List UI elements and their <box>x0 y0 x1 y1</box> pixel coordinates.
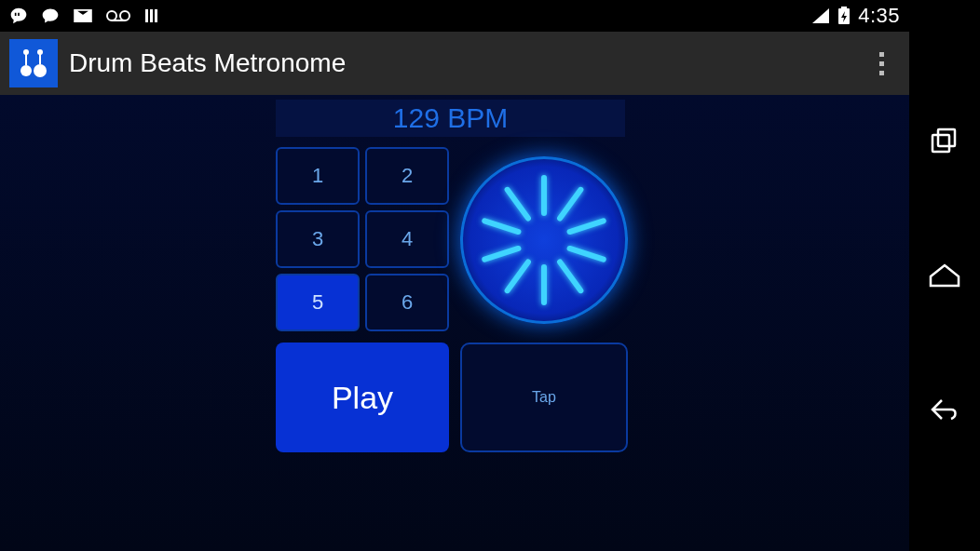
svg-point-1 <box>120 11 129 20</box>
svg-rect-5 <box>155 9 157 22</box>
svg-rect-4 <box>150 9 153 22</box>
status-bar: 4:35 <box>0 0 909 32</box>
svg-point-0 <box>107 11 116 20</box>
svg-point-10 <box>34 64 47 77</box>
svg-point-14 <box>37 49 43 55</box>
beat-grid: 1 2 3 4 5 6 <box>276 147 449 331</box>
svg-rect-7 <box>841 7 847 9</box>
back-button[interactable] <box>925 390 964 429</box>
system-nav-bar <box>909 0 980 551</box>
tempo-dial[interactable] <box>460 147 628 333</box>
app-title: Drum Beats Metronome <box>69 48 346 78</box>
battery-charging-icon <box>837 7 851 25</box>
svg-rect-15 <box>932 135 949 152</box>
beat-2-button[interactable]: 2 <box>365 147 449 205</box>
bpm-display: 129 BPM <box>276 100 625 137</box>
home-button[interactable] <box>925 256 964 295</box>
svg-point-13 <box>23 49 29 55</box>
beat-6-button[interactable]: 6 <box>365 274 449 331</box>
beat-1-button[interactable]: 1 <box>276 147 360 205</box>
overflow-menu-button[interactable] <box>863 45 900 82</box>
beat-5-button[interactable]: 5 <box>276 274 360 331</box>
app-content: 129 BPM 1 2 3 4 5 6 Play Tap <box>0 95 909 551</box>
action-bar: Drum Beats Metronome <box>0 32 909 95</box>
beat-3-button[interactable]: 3 <box>276 210 360 268</box>
voicemail-icon <box>106 9 130 22</box>
svg-rect-8 <box>15 45 52 82</box>
chat-icon <box>41 7 60 25</box>
bars-icon <box>143 7 162 24</box>
hangouts-icon <box>9 7 28 25</box>
svg-rect-16 <box>938 129 955 146</box>
svg-rect-3 <box>145 9 148 22</box>
phone-screen: 4:35 Drum Beats Metronome 129 BPM 1 2 3 <box>0 0 909 551</box>
beat-4-button[interactable]: 4 <box>365 210 449 268</box>
signal-icon <box>811 7 830 24</box>
tap-button[interactable]: Tap <box>460 343 628 452</box>
clock-text: 4:35 <box>858 4 900 28</box>
app-icon <box>9 39 58 87</box>
recent-apps-button[interactable] <box>925 122 964 161</box>
play-button[interactable]: Play <box>276 343 449 452</box>
mail-icon <box>73 8 93 23</box>
svg-point-9 <box>20 65 32 76</box>
